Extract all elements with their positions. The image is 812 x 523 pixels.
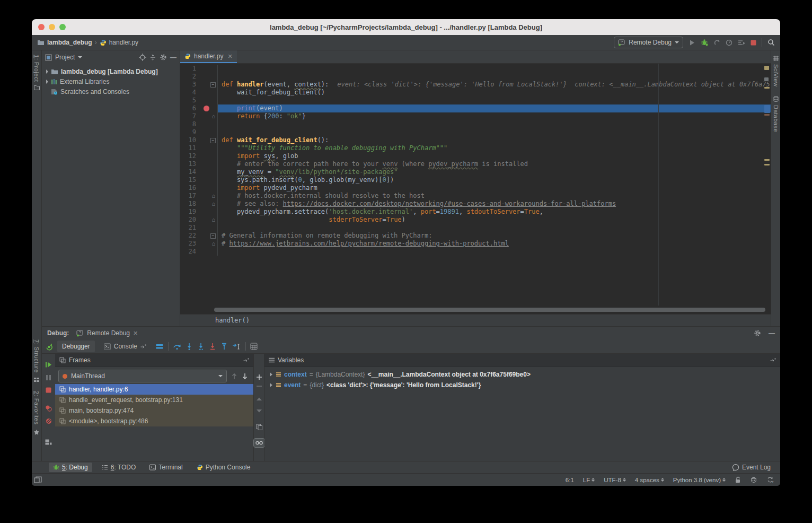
- debug-icon[interactable]: [701, 39, 708, 46]
- line-number[interactable]: 3: [180, 81, 200, 89]
- line-number[interactable]: 12: [180, 152, 200, 160]
- pin-tab-icon[interactable]: [243, 358, 249, 363]
- code-line-14[interactable]: 14 my_venv = "venv/lib/python*/site-pack…: [180, 168, 771, 176]
- hide-panel-icon[interactable]: —: [170, 54, 176, 61]
- gutter[interactable]: [200, 160, 218, 168]
- line-number[interactable]: 2: [180, 73, 200, 81]
- show-execution-point-icon[interactable]: [155, 343, 164, 350]
- run-icon[interactable]: [689, 39, 695, 46]
- line-number[interactable]: 20: [180, 216, 200, 224]
- project-tree-item[interactable]: External Libraries: [42, 76, 180, 86]
- step-out-of-block-icon[interactable]: [209, 343, 216, 350]
- gutter[interactable]: [200, 168, 218, 176]
- gutter[interactable]: −: [200, 232, 218, 240]
- step-over-icon[interactable]: [173, 343, 181, 350]
- code-line-7[interactable]: 7⌂ return {200: "ok"}: [180, 112, 771, 120]
- line-number[interactable]: 5: [180, 97, 200, 104]
- resume-icon[interactable]: [45, 361, 52, 368]
- code-line-3[interactable]: 3−def handler(event, context):event: <cl…: [180, 81, 771, 89]
- previous-frame-icon[interactable]: [231, 373, 237, 380]
- frame-item[interactable]: handler, handler.py:6: [55, 384, 253, 395]
- unlock-icon[interactable]: [735, 476, 741, 483]
- tab-console[interactable]: Console: [99, 341, 151, 352]
- run-to-cursor-icon[interactable]: [232, 343, 241, 350]
- code-line-21[interactable]: 21: [180, 224, 771, 232]
- gutter[interactable]: ⌂: [200, 240, 218, 248]
- tool-window-button-todo[interactable]: 6: TODO: [98, 463, 140, 472]
- code-line-17[interactable]: 17⌂ # host.docker.internal should resolv…: [180, 192, 771, 200]
- line-number[interactable]: 16: [180, 184, 200, 192]
- gutter[interactable]: ⌂: [200, 112, 218, 120]
- concurrency-icon[interactable]: [738, 39, 745, 46]
- breadcrumb-file[interactable]: handler.py: [109, 39, 138, 46]
- coverage-icon[interactable]: [713, 39, 720, 46]
- fold-end-icon[interactable]: ⌂: [211, 112, 215, 120]
- gutter[interactable]: [200, 152, 218, 160]
- code-line-6[interactable]: 6 print(event): [180, 104, 771, 112]
- line-number[interactable]: 21: [180, 224, 200, 232]
- tool-stripe-project[interactable]: 1: Project: [33, 55, 40, 82]
- stop-icon[interactable]: [751, 40, 756, 46]
- move-down-icon[interactable]: [257, 409, 262, 413]
- line-number[interactable]: 24: [180, 248, 200, 256]
- mute-breakpoints-icon[interactable]: [46, 418, 52, 424]
- tool-stripe-sciview[interactable]: SciView: [773, 64, 779, 86]
- gutter[interactable]: [200, 248, 218, 256]
- code-line-22[interactable]: 22−# General information on remote debug…: [180, 232, 771, 240]
- fold-open-icon[interactable]: −: [210, 138, 216, 143]
- step-out-icon[interactable]: [220, 343, 228, 350]
- expand-arrow-icon[interactable]: [270, 372, 272, 377]
- thread-select[interactable]: MainThread: [58, 370, 227, 382]
- add-watch-icon[interactable]: [256, 374, 262, 380]
- line-number[interactable]: 22: [180, 232, 200, 240]
- code-line-23[interactable]: 23⌂# https://www.jetbrains.com/help/pych…: [180, 240, 771, 248]
- force-step-into-icon[interactable]: [197, 343, 205, 350]
- show-watches-icon[interactable]: [253, 438, 265, 448]
- gutter[interactable]: [200, 128, 218, 136]
- gutter[interactable]: ⌂: [200, 200, 218, 208]
- pin-tab-icon[interactable]: [140, 344, 146, 349]
- step-into-icon[interactable]: [186, 343, 193, 350]
- code-line-8[interactable]: 8: [180, 120, 771, 128]
- gutter[interactable]: [200, 144, 218, 152]
- gutter[interactable]: ⌂: [200, 216, 218, 224]
- gutter[interactable]: [200, 176, 218, 184]
- editor-tab-handler[interactable]: handler.py ✕: [180, 50, 237, 63]
- code-line-19[interactable]: 19 pydevd_pycharm.settrace('host.docker.…: [180, 208, 771, 216]
- horizontal-scrollbar[interactable]: [180, 306, 771, 314]
- line-number[interactable]: 18: [180, 200, 200, 208]
- editor-breadcrumb[interactable]: handler(): [180, 314, 771, 326]
- code-line-12[interactable]: 12 import sys, glob: [180, 152, 771, 160]
- next-frame-icon[interactable]: [242, 373, 248, 380]
- fold-end-icon[interactable]: ⌂: [211, 240, 215, 248]
- line-number[interactable]: 23: [180, 240, 200, 248]
- editor-error-stripe[interactable]: [763, 64, 771, 306]
- fold-open-icon[interactable]: −: [210, 233, 216, 239]
- update-info-icon[interactable]: ?: [766, 476, 774, 483]
- project-tree-item[interactable]: Scratches and Consoles: [42, 86, 180, 97]
- run-configuration-select[interactable]: Remote Debug: [614, 37, 683, 48]
- gutter[interactable]: [200, 89, 218, 97]
- caret-position[interactable]: 6:1: [566, 477, 574, 483]
- chevron-down-icon[interactable]: [78, 56, 82, 58]
- expand-arrow-icon[interactable]: [270, 383, 272, 387]
- gear-icon[interactable]: [754, 329, 761, 337]
- fold-end-icon[interactable]: ⌂: [211, 200, 215, 208]
- line-number[interactable]: 4: [180, 89, 200, 97]
- gutter[interactable]: [200, 208, 218, 216]
- hide-panel-icon[interactable]: —: [769, 329, 775, 337]
- line-number[interactable]: 19: [180, 208, 200, 216]
- highlighting-level-icon[interactable]: [750, 476, 757, 483]
- tool-window-button-terminal[interactable]: Terminal: [145, 463, 187, 472]
- frame-item[interactable]: handle_event_request, bootstrap.py:131: [55, 395, 253, 405]
- breadcrumb-project[interactable]: lambda_debug: [47, 39, 92, 46]
- line-number[interactable]: 17: [180, 192, 200, 200]
- code-line-11[interactable]: 11 """Utility function to enable debuggi…: [180, 144, 771, 152]
- line-ending-select[interactable]: LF: [583, 477, 595, 483]
- move-up-icon[interactable]: [257, 397, 262, 400]
- code-line-1[interactable]: 1: [180, 65, 771, 73]
- collapse-all-icon[interactable]: [149, 54, 156, 61]
- gutter[interactable]: [200, 184, 218, 192]
- fold-open-icon[interactable]: −: [210, 82, 216, 88]
- gutter[interactable]: [200, 73, 218, 81]
